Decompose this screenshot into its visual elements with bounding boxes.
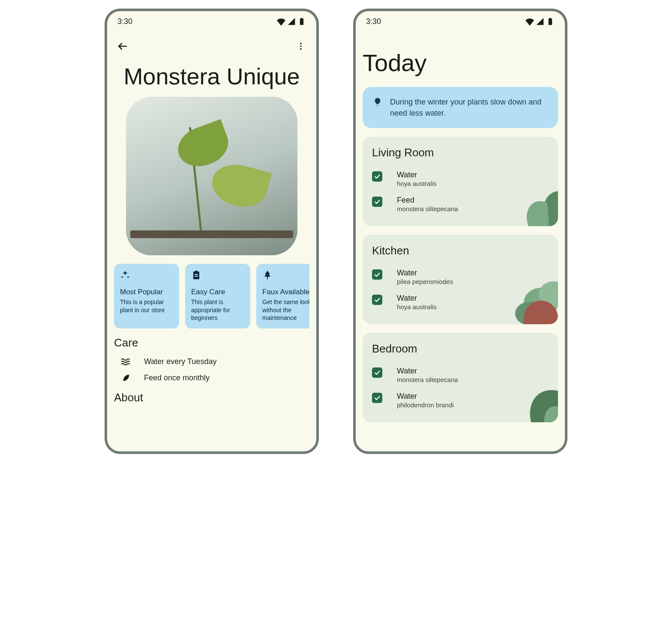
room-card-kitchen: Kitchen Water pilea peperomiodes Water h…	[363, 235, 558, 324]
task-plant: hoya australis	[397, 303, 437, 311]
task-row[interactable]: Water hoya australis	[372, 290, 549, 315]
svg-point-1	[300, 43, 302, 45]
more-vert-icon	[296, 42, 306, 51]
sparkle-icon	[120, 270, 173, 282]
room-card-living-room: Living Room Water hoya australis Feed mo…	[363, 137, 558, 226]
task-plant: hoya australis	[397, 180, 437, 187]
care-text: Water every Tuesday	[144, 357, 216, 366]
arrow-back-icon	[117, 41, 128, 52]
task-action: Water	[397, 367, 458, 376]
tree-icon	[262, 270, 309, 282]
top-bar	[107, 32, 316, 61]
about-heading: About	[114, 391, 309, 404]
task-checkbox[interactable]	[372, 171, 382, 182]
task-plant: monstera siltepecana	[397, 376, 458, 383]
task-row[interactable]: Water pilea peperomiodes	[372, 264, 549, 290]
task-row[interactable]: Feed monstera siltepecana	[372, 191, 549, 217]
chip-faux-available[interactable]: Faux Available Get the same look without…	[256, 264, 309, 328]
status-bar: 3:30	[107, 11, 316, 32]
chip-desc: This plant is appropriate for beginners	[191, 298, 244, 322]
svg-point-2	[300, 45, 302, 47]
leaf-icon	[120, 373, 132, 382]
room-title: Kitchen	[372, 244, 549, 257]
back-button[interactable]	[114, 38, 131, 55]
chip-easy-care[interactable]: Easy Care This plant is appropriate for …	[185, 264, 250, 328]
task-row[interactable]: Water hoya australis	[372, 166, 549, 191]
task-action: Water	[397, 170, 437, 179]
svg-rect-5	[195, 276, 198, 277]
status-bar: 3:30	[356, 11, 565, 32]
phone-detail-screen: 3:30 Monstera Unique Most Popular	[105, 9, 319, 454]
task-action: Water	[397, 269, 453, 278]
status-icons	[277, 17, 306, 26]
task-plant: monstera siltepecana	[397, 205, 458, 212]
care-item-water: Water every Tuesday	[114, 354, 309, 370]
plant-photo	[126, 97, 297, 255]
care-heading: Care	[114, 336, 309, 349]
svg-point-3	[300, 48, 302, 50]
task-plant: pilea peperomiodes	[397, 278, 453, 285]
task-checkbox[interactable]	[372, 295, 382, 305]
task-action: Feed	[397, 196, 458, 205]
chip-most-popular[interactable]: Most Popular This is a popular plant in …	[114, 264, 179, 328]
task-checkbox[interactable]	[372, 393, 382, 403]
cellular-icon	[287, 17, 296, 26]
task-row[interactable]: Water monstera siltepecana	[372, 362, 549, 388]
cellular-icon	[536, 17, 544, 26]
care-item-feed: Feed once monthly	[114, 370, 309, 386]
phone-today-screen: 3:30 Today During the winter your plants…	[353, 9, 567, 454]
wifi-icon	[525, 17, 534, 26]
task-action: Water	[397, 392, 454, 401]
chip-title: Easy Care	[191, 288, 244, 296]
chip-title: Most Popular	[120, 288, 173, 296]
room-title: Living Room	[372, 146, 549, 159]
tip-card: During the winter your plants slow down …	[363, 87, 558, 128]
battery-icon	[546, 17, 555, 26]
lightbulb-icon	[373, 97, 382, 119]
task-checkbox[interactable]	[372, 197, 382, 207]
water-icon	[120, 358, 132, 366]
status-time: 3:30	[366, 17, 381, 26]
task-action: Water	[397, 294, 437, 303]
task-checkbox[interactable]	[372, 269, 382, 280]
tip-text: During the winter your plants slow down …	[390, 96, 548, 119]
today-title: Today	[356, 32, 565, 87]
room-title: Bedroom	[372, 342, 549, 355]
chip-title: Faux Available	[262, 288, 309, 296]
task-checkbox[interactable]	[372, 367, 382, 378]
room-card-bedroom: Bedroom Water monstera siltepecana Water…	[363, 333, 558, 422]
more-button[interactable]	[292, 38, 309, 55]
status-icons	[525, 17, 555, 26]
care-text: Feed once monthly	[144, 373, 210, 382]
svg-rect-4	[195, 274, 198, 275]
battery-icon	[297, 17, 306, 26]
wifi-icon	[277, 17, 285, 26]
info-chips-row[interactable]: Most Popular This is a popular plant in …	[114, 264, 309, 328]
status-time: 3:30	[117, 17, 132, 26]
clipboard-icon	[191, 270, 244, 282]
plant-title: Monstera Unique	[114, 63, 309, 89]
chip-desc: Get the same look without the maintenanc…	[262, 298, 309, 322]
chip-desc: This is a popular plant in our store	[120, 298, 173, 314]
task-row[interactable]: Water philodendron brandi	[372, 388, 549, 413]
task-plant: philodendron brandi	[397, 401, 454, 409]
